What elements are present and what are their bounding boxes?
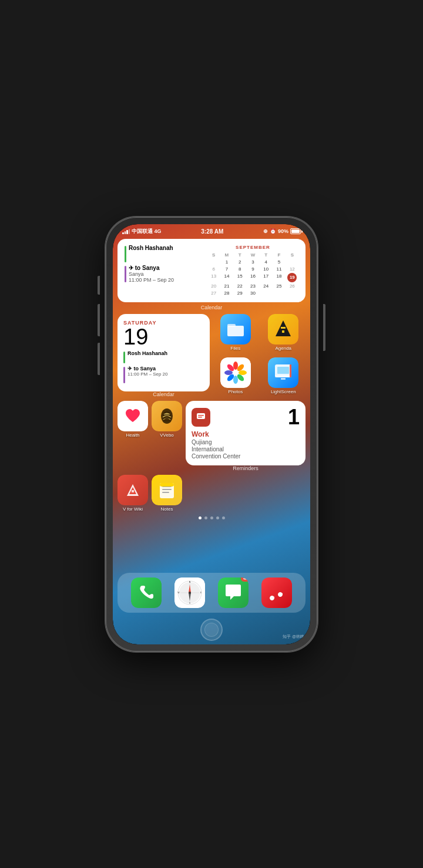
app-files[interactable]: Files bbox=[213, 314, 258, 354]
page-dot-4[interactable] bbox=[216, 516, 219, 519]
cal-day-13[interactable]: 13 bbox=[207, 273, 220, 282]
reminders-widget[interactable]: 1 Work Qujiang International Convention … bbox=[186, 401, 306, 465]
app-vvebo[interactable]: VVebo bbox=[152, 401, 182, 471]
notes-label: Notes bbox=[161, 506, 173, 512]
event-details: Rosh Hashanah bbox=[129, 245, 173, 251]
svg-rect-14 bbox=[275, 375, 291, 377]
page-dot-5[interactable] bbox=[222, 516, 225, 519]
app-vwiki[interactable]: V for Wiki bbox=[118, 475, 148, 512]
svg-rect-20 bbox=[163, 414, 171, 416]
cal-day-2[interactable]: 2 bbox=[234, 259, 246, 265]
cal-day-8[interactable]: 8 bbox=[234, 266, 246, 272]
app-health[interactable]: Health bbox=[118, 401, 148, 471]
health-label: Health bbox=[126, 433, 139, 438]
svg-rect-24 bbox=[198, 415, 204, 416]
bottom-apps-row2: V for Wiki bbox=[118, 475, 306, 512]
app-lightscreen[interactable]: LightScreen bbox=[261, 357, 306, 397]
calendar-large-widget[interactable]: Rosh Hashanah ✈ to Sanya Sanya 11:00 PM … bbox=[118, 239, 306, 302]
day-w: W bbox=[247, 252, 259, 258]
cal-day-5[interactable]: 5 bbox=[273, 259, 285, 265]
cal-day-20[interactable]: 20 bbox=[207, 283, 220, 289]
cal-day-29[interactable]: 29 bbox=[234, 290, 246, 296]
event-dot-green bbox=[125, 246, 126, 262]
cal-day-22[interactable]: 22 bbox=[234, 283, 246, 289]
cal-day-16[interactable]: 16 bbox=[247, 273, 259, 282]
cal-day-15[interactable]: 15 bbox=[234, 273, 246, 282]
home-button-inner bbox=[204, 623, 219, 637]
cal-day-27[interactable]: 27 bbox=[207, 290, 220, 296]
home-indicator bbox=[113, 616, 310, 644]
calendar-small-widget-col: SATURDAY 19 Rosh Hashanah bbox=[118, 314, 210, 397]
app-notes[interactable]: Notes bbox=[152, 475, 182, 512]
reminders-location-1: Qujiang bbox=[192, 439, 300, 445]
cal-day-3[interactable]: 3 bbox=[247, 259, 259, 265]
photos-icon bbox=[220, 357, 251, 388]
cal-small-dot-1 bbox=[123, 352, 125, 363]
signal-bar-3 bbox=[126, 230, 128, 234]
vwiki-label: V for Wiki bbox=[123, 506, 143, 512]
cal-day-4[interactable]: 4 bbox=[260, 259, 272, 265]
dock-app-phone[interactable] bbox=[131, 577, 162, 608]
cal-day-24[interactable]: 24 bbox=[260, 283, 272, 289]
event-time: 11:00 PM – Sep 20 bbox=[129, 277, 174, 283]
dock-app-safari[interactable]: N S E W bbox=[174, 577, 205, 608]
app-photos[interactable]: Photos bbox=[213, 357, 258, 397]
dock: N S E W bbox=[118, 573, 306, 613]
svg-rect-23 bbox=[197, 413, 205, 419]
signal-bar-4 bbox=[129, 229, 130, 234]
svg-rect-33 bbox=[160, 483, 174, 487]
cal-day-7[interactable]: 7 bbox=[220, 266, 233, 272]
svg-rect-32 bbox=[162, 492, 169, 493]
svg-text:N: N bbox=[189, 581, 190, 583]
calendar-large-widget-label: Calendar bbox=[118, 305, 306, 310]
calendar-small-widget[interactable]: SATURDAY 19 Rosh Hashanah bbox=[118, 314, 210, 391]
music-icon-bg bbox=[261, 577, 292, 608]
reminders-count: 1 bbox=[288, 407, 300, 428]
cal-small-event-1: Rosh Hashanah bbox=[123, 350, 204, 363]
volume-up-button[interactable] bbox=[98, 304, 100, 336]
event-location: Sanya bbox=[129, 271, 174, 277]
page-dot-2[interactable] bbox=[204, 516, 207, 519]
location-icon: ⊕ bbox=[263, 228, 268, 234]
cal-day-14[interactable]: 14 bbox=[220, 273, 233, 282]
svg-rect-25 bbox=[198, 417, 202, 418]
cal-day-6[interactable]: 6 bbox=[207, 266, 220, 272]
signal-bar-1 bbox=[122, 232, 124, 234]
cal-day-9[interactable]: 9 bbox=[247, 266, 259, 272]
cal-day-17[interactable]: 17 bbox=[260, 273, 272, 282]
cal-day-11[interactable]: 11 bbox=[273, 266, 285, 272]
cal-day-12[interactable]: 12 bbox=[286, 266, 298, 272]
cal-small-event-2: ✈ to Sanya 11:00 PM – Sep 20 bbox=[123, 366, 204, 383]
cal-day-1[interactable]: 1 bbox=[220, 259, 233, 265]
cal-day-28[interactable]: 28 bbox=[220, 290, 233, 296]
phone-frame: 中国联通 4G 3:28 AM ⊕ ⏰ 90% bbox=[106, 217, 317, 651]
files-label: Files bbox=[230, 346, 240, 351]
day-t2: T bbox=[260, 252, 272, 258]
cal-day-30[interactable]: 30 bbox=[247, 290, 259, 296]
cal-day-23[interactable]: 23 bbox=[247, 283, 259, 289]
svg-rect-15 bbox=[277, 367, 289, 374]
day-t1: T bbox=[234, 252, 246, 258]
cal-day-25[interactable]: 25 bbox=[273, 283, 285, 289]
vvebo-icon-bg bbox=[152, 401, 182, 431]
dock-app-music[interactable] bbox=[261, 577, 292, 608]
volume-down-button[interactable] bbox=[98, 343, 100, 375]
app-agenda[interactable]: Agenda bbox=[261, 314, 306, 354]
cal-day-19-today[interactable]: 19 bbox=[287, 273, 297, 282]
cal-small-events: Rosh Hashanah ✈ to Sanya 11:00 PM – Sep … bbox=[123, 350, 204, 386]
vvebo-icon bbox=[152, 401, 182, 431]
page-dot-3[interactable] bbox=[210, 516, 213, 519]
messages-icon-bg bbox=[218, 577, 249, 608]
cal-day-21[interactable]: 21 bbox=[220, 283, 233, 289]
cal-day-10[interactable]: 10 bbox=[260, 266, 272, 272]
mute-button[interactable] bbox=[98, 276, 100, 295]
dock-app-messages[interactable]: 48 bbox=[218, 577, 249, 608]
lightscreen-label: LightScreen bbox=[271, 389, 296, 394]
cal-day-18[interactable]: 18 bbox=[273, 273, 285, 282]
power-button[interactable] bbox=[323, 304, 325, 351]
reminders-icon bbox=[192, 408, 210, 427]
home-button[interactable] bbox=[200, 619, 223, 641]
page-dot-1[interactable] bbox=[199, 516, 202, 519]
cal-day-26[interactable]: 26 bbox=[286, 283, 298, 289]
bottom-apps-row1: Health bbox=[118, 401, 306, 471]
